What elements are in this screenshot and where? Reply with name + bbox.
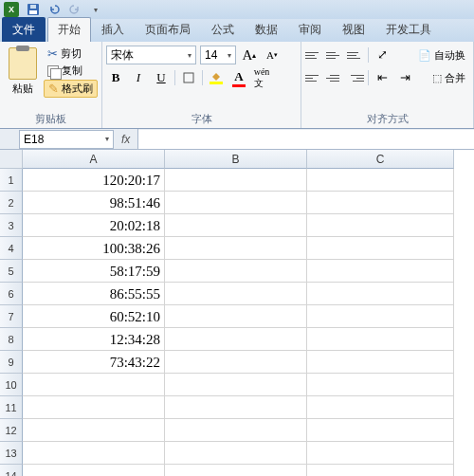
cell[interactable] <box>307 237 454 260</box>
tab-home[interactable]: 开始 <box>47 17 91 42</box>
fx-label[interactable]: fx <box>114 129 138 149</box>
cell[interactable]: 120:20:17 <box>23 169 165 192</box>
underline-button[interactable]: U <box>152 68 171 87</box>
cell[interactable]: 86:55:55 <box>23 283 165 305</box>
cell[interactable] <box>165 396 307 419</box>
font-color-button[interactable]: A <box>229 68 248 87</box>
cell[interactable]: 12:34:28 <box>23 328 165 351</box>
font-name-combo[interactable]: 宋体▾ <box>106 46 196 64</box>
undo-icon[interactable] <box>46 2 63 17</box>
cell[interactable] <box>307 328 454 351</box>
row-header[interactable]: 11 <box>0 396 23 419</box>
cell[interactable]: 20:02:18 <box>23 214 165 237</box>
tab-insert[interactable]: 插入 <box>91 17 135 42</box>
select-all-corner[interactable] <box>0 150 23 169</box>
cell[interactable] <box>307 283 454 305</box>
tab-file[interactable]: 文件 <box>2 17 46 42</box>
row-header[interactable]: 6 <box>0 283 23 305</box>
fill-color-button[interactable] <box>207 68 226 87</box>
shrink-font-button[interactable]: A▾ <box>263 46 282 64</box>
cell[interactable] <box>307 305 454 328</box>
phonetic-button[interactable]: wén文 <box>252 68 271 87</box>
align-top-button[interactable] <box>305 46 322 64</box>
tab-data[interactable]: 数据 <box>245 17 288 42</box>
cut-button[interactable]: ✂剪切 <box>44 46 98 62</box>
copy-button[interactable]: 复制 <box>44 63 98 79</box>
cell[interactable] <box>165 374 307 396</box>
cell[interactable] <box>23 442 165 465</box>
cell[interactable] <box>307 396 454 419</box>
decrease-indent-button[interactable]: ⇤ <box>373 68 392 87</box>
save-icon[interactable] <box>25 2 42 17</box>
cell[interactable]: 73:43:22 <box>23 351 165 374</box>
column-header-c[interactable]: C <box>307 150 454 169</box>
row-header[interactable]: 5 <box>0 260 23 283</box>
paste-button[interactable]: 粘贴 <box>4 44 42 110</box>
row-header[interactable]: 8 <box>0 328 23 351</box>
row-header[interactable]: 14 <box>0 465 23 476</box>
cell[interactable] <box>165 328 307 351</box>
cell[interactable] <box>307 214 454 237</box>
cell[interactable]: 60:52:10 <box>23 305 165 328</box>
align-bottom-button[interactable] <box>347 46 364 64</box>
orientation-button[interactable]: ⤢ <box>373 46 392 64</box>
align-center-button[interactable] <box>326 69 343 86</box>
cell[interactable] <box>307 465 454 476</box>
border-button[interactable] <box>179 68 198 87</box>
row-header[interactable]: 13 <box>0 442 23 465</box>
cell[interactable] <box>307 351 454 374</box>
cell[interactable] <box>165 169 307 192</box>
cell[interactable] <box>165 351 307 374</box>
name-box[interactable]: E18▾ <box>19 130 114 149</box>
cell[interactable]: 58:17:59 <box>23 260 165 283</box>
cell[interactable] <box>165 237 307 260</box>
row-header[interactable]: 3 <box>0 214 23 237</box>
bold-button[interactable]: B <box>106 68 125 87</box>
cell[interactable] <box>165 442 307 465</box>
cell[interactable] <box>165 260 307 283</box>
cell[interactable] <box>307 374 454 396</box>
cell[interactable] <box>307 442 454 465</box>
cell[interactable] <box>23 419 165 442</box>
column-header-a[interactable]: A <box>23 150 165 169</box>
align-middle-button[interactable] <box>326 46 343 64</box>
cell[interactable] <box>165 192 307 214</box>
align-left-button[interactable] <box>305 69 322 86</box>
merge-button[interactable]: ⬚合并 <box>428 70 469 86</box>
column-header-b[interactable]: B <box>165 150 307 169</box>
cell[interactable] <box>23 374 165 396</box>
wrap-text-button[interactable]: 📄自动换 <box>414 47 469 64</box>
tab-developer[interactable]: 开发工具 <box>375 17 442 42</box>
tab-page-layout[interactable]: 页面布局 <box>135 17 201 42</box>
cell[interactable] <box>165 305 307 328</box>
align-right-button[interactable] <box>347 69 364 86</box>
row-header[interactable]: 9 <box>0 351 23 374</box>
cell[interactable] <box>307 419 454 442</box>
row-header[interactable]: 10 <box>0 374 23 396</box>
font-size-combo[interactable]: 14▾ <box>200 46 236 64</box>
row-header[interactable]: 1 <box>0 169 23 192</box>
cell[interactable] <box>23 465 165 476</box>
redo-icon[interactable] <box>66 2 83 17</box>
format-painter-button[interactable]: ✎格式刷 <box>44 80 98 98</box>
cell[interactable] <box>307 169 454 192</box>
tab-view[interactable]: 视图 <box>332 17 375 42</box>
cell[interactable] <box>23 396 165 419</box>
tab-formulas[interactable]: 公式 <box>201 17 245 42</box>
increase-indent-button[interactable]: ⇥ <box>395 68 414 87</box>
qat-more-icon[interactable]: ▾ <box>87 2 104 17</box>
cell[interactable] <box>307 260 454 283</box>
cell[interactable] <box>165 419 307 442</box>
tab-review[interactable]: 审阅 <box>288 17 332 42</box>
cell[interactable] <box>165 465 307 476</box>
grow-font-button[interactable]: A▴ <box>240 46 259 64</box>
cell[interactable] <box>307 192 454 214</box>
row-header[interactable]: 2 <box>0 192 23 214</box>
row-header[interactable]: 7 <box>0 305 23 328</box>
cell[interactable] <box>165 283 307 305</box>
row-header[interactable]: 12 <box>0 419 23 442</box>
cell[interactable]: 98:51:46 <box>23 192 165 214</box>
italic-button[interactable]: I <box>129 68 148 87</box>
row-header[interactable]: 4 <box>0 237 23 260</box>
cell[interactable]: 100:38:26 <box>23 237 165 260</box>
